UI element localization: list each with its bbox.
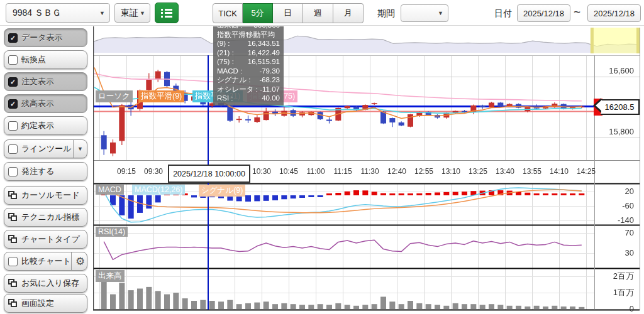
sidebar-item-technical-indicator[interactable]: テクニカル指標 [4, 208, 87, 227]
chevron-down-icon[interactable]: ▼ [73, 140, 83, 158]
sidebar-item-label: 約定表示 [21, 120, 54, 131]
sidebar-item-label: 転換点 [21, 54, 46, 65]
rsi-chip: RSI(14) [96, 227, 128, 237]
unchecked-checkbox-icon[interactable] [8, 121, 18, 131]
toolbar: 9984 ＳＢＧ ▼ 東証 ▼ TICK5分日週月 期間 ▼ 日付 2025/1… [0, 0, 644, 26]
layers-icon [8, 213, 18, 222]
exchange-value: 東証 [121, 8, 138, 19]
layers-icon [8, 191, 18, 200]
sidebar-item-label: 発注する [21, 166, 55, 177]
checked-checkbox-icon[interactable]: ✓ [8, 99, 18, 109]
sidebar-item-execution-display[interactable]: 約定表示 [4, 116, 87, 135]
sidebar-item-screen-settings[interactable]: 画面設定 [4, 294, 87, 313]
timeframe-5分[interactable]: 5分 [243, 3, 273, 23]
unchecked-checkbox-icon[interactable] [8, 55, 18, 65]
timeframe-週[interactable]: 週 [303, 3, 333, 23]
date-from-value: 2025/12/18 [523, 9, 564, 18]
unchecked-checkbox-icon[interactable] [8, 144, 18, 154]
sidebar-item-label: チャートタイプ [21, 234, 80, 245]
sidebar: ✓データ表示転換点✓注文表示✓残高表示約定表示ラインツール▼発注するカーソルモー… [0, 26, 93, 314]
sidebar-item-chart-type[interactable]: チャートタイプ [4, 230, 87, 249]
macd-chip: シグナル(9) [199, 185, 245, 197]
chevron-down-icon: ▼ [438, 10, 448, 16]
tilde-separator: ~ [574, 5, 580, 19]
sidebar-item-save-favorite[interactable]: お気に入り保存 [4, 274, 87, 293]
chart-region: ローソク指数平滑(9)指数平滑(21)指数平滑(75) MACDMACD(12,… [93, 26, 641, 311]
period-select[interactable]: ▼ [401, 4, 448, 22]
checked-checkbox-icon[interactable]: ✓ [8, 33, 18, 43]
chevron-down-icon: ▼ [140, 10, 150, 16]
sidebar-item-label: 比較チャート [21, 256, 71, 267]
sidebar-item-label: お気に入り保存 [21, 278, 79, 289]
tooltip-row: RSI :40.00 [217, 94, 280, 103]
current-price-marker: 16208.5 [594, 98, 641, 116]
checked-checkbox-icon[interactable]: ✓ [8, 77, 18, 87]
symbol-value: 9984 ＳＢＧ [13, 8, 61, 19]
sidebar-item-label: ラインツール [21, 143, 72, 154]
layers-icon [8, 235, 18, 244]
tooltip-row: MACD :-79.30 [217, 67, 280, 76]
current-price-value: 16208.5 [601, 99, 640, 115]
date-label: 日付 [494, 8, 512, 19]
unchecked-checkbox-icon[interactable] [8, 257, 18, 266]
tooltip-row: (9) :16,343.51 [217, 39, 280, 48]
tooltip-row: (75) :16,515.91 [217, 57, 280, 67]
sidebar-item-balance-display[interactable]: ✓残高表示 [4, 94, 87, 113]
sidebar-item-place-order[interactable]: 発注する [4, 162, 87, 181]
sidebar-item-turning-point[interactable]: 転換点 [4, 50, 87, 69]
tooltip-row: シグナル :-68.23 [217, 75, 280, 85]
legend-chip: ローソク [96, 90, 133, 102]
macd-chip: MACD [96, 185, 124, 195]
exchange-select[interactable]: 東証 ▼ [114, 3, 150, 23]
gear-icon[interactable]: ⚙ [71, 252, 85, 270]
layers-icon [8, 279, 18, 288]
date-from-input[interactable]: 2025/12/18 [517, 4, 570, 22]
tooltip-row: 指数平滑移動平均 [217, 30, 280, 40]
tooltip-row: (21) :16,422.49 [217, 48, 280, 58]
timeframe-TICK[interactable]: TICK [213, 3, 243, 23]
sidebar-item-label: カーソルモード [21, 190, 80, 201]
sidebar-item-label: テクニカル指標 [21, 212, 80, 223]
sidebar-item-label: 画面設定 [21, 298, 54, 309]
sidebar-item-order-display[interactable]: ✓注文表示 [4, 72, 87, 91]
timeframe-group: TICK5分日週月 [213, 3, 364, 23]
sidebar-item-label: 残高表示 [21, 98, 54, 109]
legend-chip: 指数平滑(9) [138, 90, 184, 102]
sidebar-item-line-tool[interactable]: ラインツール▼ [4, 139, 87, 158]
chevron-down-icon: ▼ [99, 10, 109, 16]
sidebar-item-label: データ表示 [21, 32, 63, 43]
date-to-input[interactable]: 2025/12/18 [587, 4, 641, 22]
volume-chip: 出来高 [96, 270, 125, 282]
layers-icon [8, 299, 18, 308]
date-to-value: 2025/12/18 [594, 9, 635, 18]
unchecked-checkbox-icon[interactable] [8, 167, 18, 176]
watchlist-button[interactable] [155, 3, 179, 23]
tooltip-row: オシレータ :-11.07 [217, 85, 280, 94]
sidebar-item-label: 注文表示 [21, 76, 54, 87]
sidebar-item-compare-chart[interactable]: 比較チャート⚙ [4, 252, 87, 271]
indicator-tooltip: 出来高 :866,866指数平滑移動平均(9) :16,343.51(21) :… [213, 26, 284, 106]
period-label: 期間 [377, 8, 395, 19]
crosshair-time-label: 2025/12/18 10:00:00 [168, 165, 250, 183]
macd-chip: MACD(12,26) [132, 185, 185, 195]
timeframe-月[interactable]: 月 [333, 3, 364, 23]
timeframe-日[interactable]: 日 [273, 3, 303, 23]
list-icon [161, 7, 172, 19]
symbol-select[interactable]: 9984 ＳＢＧ ▼ [6, 3, 110, 23]
sidebar-item-cursor-mode[interactable]: カーソルモード [4, 186, 87, 205]
sidebar-item-data-display[interactable]: ✓データ表示 [4, 28, 87, 47]
